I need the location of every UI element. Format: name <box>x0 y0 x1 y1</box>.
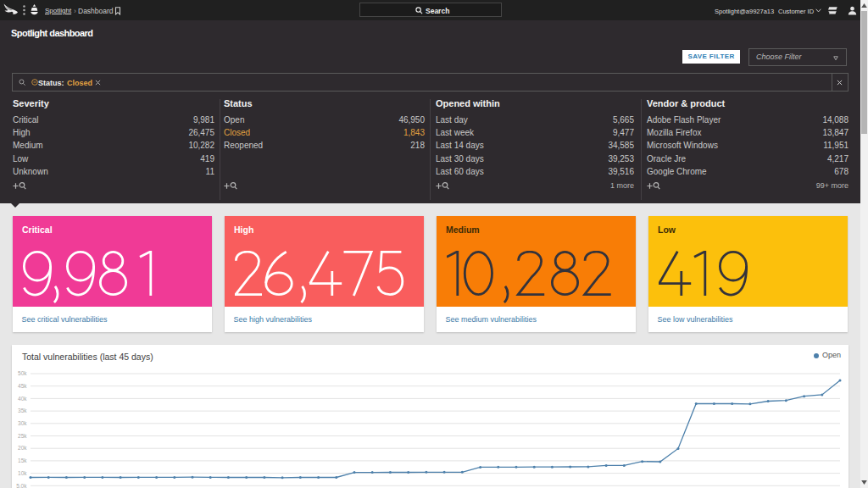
svg-text:45k: 45k <box>18 383 27 389</box>
svg-text:15k: 15k <box>18 458 27 463</box>
svg-text:20k: 20k <box>18 445 27 451</box>
svg-text:30k: 30k <box>18 420 27 426</box>
svg-text:35k: 35k <box>18 408 27 413</box>
svg-text:10k: 10k <box>18 470 27 476</box>
svg-text:50k: 50k <box>18 370 27 376</box>
svg-text:25k: 25k <box>18 433 27 439</box>
svg-text:40k: 40k <box>18 396 27 402</box>
svg-text:5.0k: 5.0k <box>16 483 27 488</box>
